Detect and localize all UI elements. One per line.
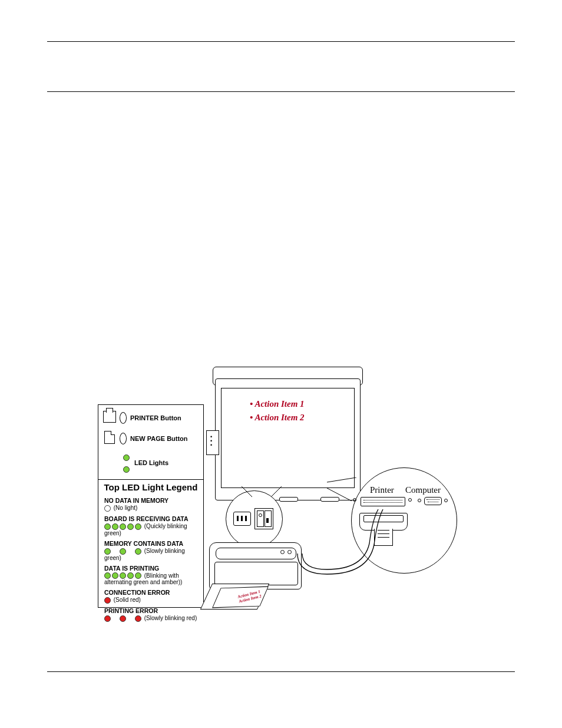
led-legend-panel: PRINTER Button NEW PAGE Button LED Light… (98, 404, 204, 608)
svg-line-3 (327, 488, 352, 501)
led-lights-row: LED Lights (123, 452, 200, 473)
printer-port-label: Printer (370, 485, 394, 495)
newpage-button-row: NEW PAGE Button (102, 431, 200, 446)
led-dot-icon (112, 523, 118, 530)
zoom-line-connector (327, 477, 362, 501)
legend-state-name: NO DATA IN MEMORY (104, 497, 200, 504)
legend-state-line: (No light) (104, 505, 200, 512)
legend-state-note: (Slowly blinking red) (143, 615, 197, 621)
power-socket-icon (233, 512, 251, 526)
legend-states: NO DATA IN MEMORY (No light)BOARD IS REC… (102, 497, 200, 622)
led-dot-icon (104, 572, 111, 579)
zoom-line-power (242, 486, 289, 498)
svg-line-2 (327, 477, 356, 482)
legend-state-line: (Slowly blinking green) (104, 548, 200, 561)
legend-state: NO DATA IN MEMORY (No light) (102, 497, 200, 512)
led-dot-icon (120, 572, 126, 579)
legend-state-name: MEMORY CONTAINS DATA (104, 540, 200, 547)
printer-device (209, 542, 302, 589)
led-dot-icon (120, 523, 126, 530)
page-icon (104, 431, 115, 444)
legend-state-name: PRINTING ERROR (104, 607, 200, 614)
header-rule (47, 41, 515, 42)
legend-state-name: CONNECTION ERROR (104, 589, 200, 596)
board-side-panel (206, 430, 219, 455)
led-dot-icon (120, 615, 126, 622)
legend-state-line: (Blinking with alternating green and amb… (104, 572, 200, 586)
led-dot-icon (104, 615, 111, 622)
led-dot-icon (135, 615, 141, 622)
led-dot-icon (104, 548, 111, 555)
newpage-button-label: NEW PAGE Button (130, 435, 188, 442)
led-dot-icon (135, 548, 141, 555)
legend-state-line: (Solid red) (104, 597, 200, 604)
led-dot-icon (104, 505, 111, 512)
led-dot-icon (104, 523, 111, 530)
section-rule (47, 91, 515, 92)
led-dot-icon (123, 454, 130, 461)
led-lights-label: LED Lights (134, 459, 168, 466)
legend-state-note: (Solid red) (112, 597, 141, 603)
legend-state-line: (Slowly blinking red) (104, 615, 200, 622)
computer-port-label: Computer (405, 485, 441, 495)
led-dot-icon (135, 523, 141, 530)
footer-rule (47, 671, 515, 672)
svg-line-1 (271, 486, 282, 497)
screw-icon (408, 498, 412, 502)
legend-state: MEMORY CONTAINS DATA (Slowly blinking gr… (102, 540, 200, 561)
svg-line-0 (242, 486, 252, 497)
legend-title: Top LED Light Legend (102, 482, 200, 492)
led-dot-icon (112, 572, 118, 579)
led-dot-icon (120, 548, 126, 555)
legend-state: CONNECTION ERROR (Solid red) (102, 589, 200, 604)
led-dot-icon (123, 466, 130, 473)
legend-state-note: (Slowly blinking green) (104, 548, 185, 561)
led-dot-icon (127, 572, 134, 579)
newpage-button-shape (120, 433, 127, 444)
legend-state-name: DATA IS PRINTING (104, 565, 200, 572)
printer-button-row: PRINTER Button (102, 411, 200, 425)
printer-button-label: PRINTER Button (130, 414, 181, 421)
whiteboard-screen: • Action Item 1 • Action Item 2 (221, 388, 355, 488)
legend-state: DATA IS PRINTING (Blinking with alternat… (102, 565, 200, 586)
led-dot-icon (135, 572, 141, 579)
led-dot-icon (104, 597, 111, 604)
legend-state-note: (No light) (112, 505, 137, 511)
legend-state: PRINTING ERROR (Slowly blinking red) (102, 607, 200, 622)
printer-icon (103, 411, 116, 423)
printer-cable (292, 503, 386, 580)
serial-port-icon (424, 497, 442, 505)
board-side-buttons: ••• (210, 435, 212, 447)
power-switch-icon (254, 508, 273, 529)
legend-state-name: BOARD IS RECEIVING DATA (104, 515, 200, 522)
action-item-2: • Action Item 2 (250, 413, 354, 423)
screw-icon (418, 499, 421, 502)
led-dot-icon (127, 523, 134, 530)
screw-icon (444, 499, 448, 502)
printer-button-shape (120, 412, 127, 424)
legend-state-line: (Quickly blinking green) (104, 523, 200, 536)
action-item-1: • Action Item 1 (250, 399, 354, 409)
legend-state: BOARD IS RECEIVING DATA (Quickly blinkin… (102, 515, 200, 536)
